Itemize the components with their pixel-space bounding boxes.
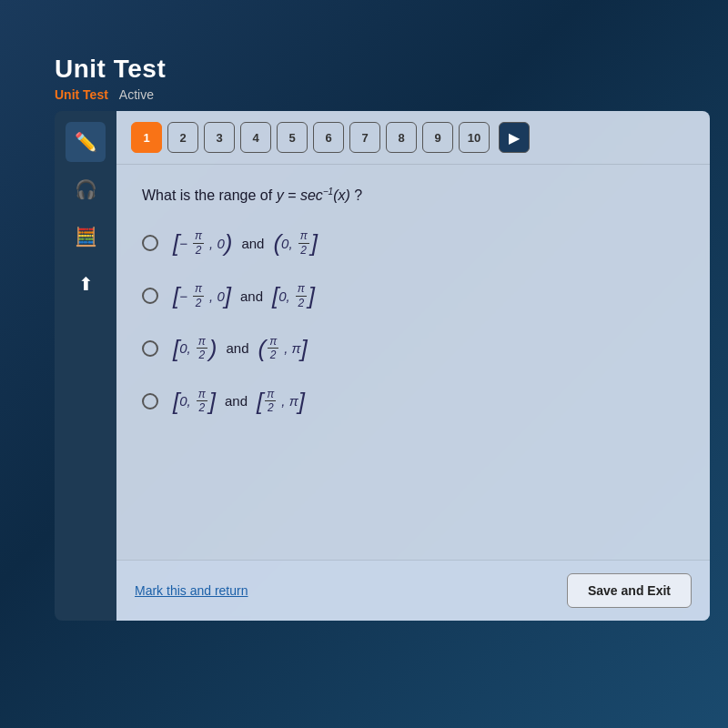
option-c-and: and	[226, 340, 248, 356]
option-a-left-expr: [ −π2, 0 )	[173, 229, 232, 257]
page-title: Unit Test	[55, 55, 710, 84]
content-area: ✏️ 🎧 🧮 ⬆ 1 2 3 4 5 6 7 8 9 10 ▶	[55, 111, 710, 621]
option-c-formula: [ 0, π2 ) and ( π2, π	[173, 335, 308, 362]
next-button[interactable]: ▶	[499, 122, 530, 153]
options-list: [ −π2, 0 ) and ( 0, π2	[142, 229, 684, 414]
option-b[interactable]: [ −π2, 0 ] and [ 0, π2	[142, 282, 684, 309]
pencil-icon[interactable]: ✏️	[66, 122, 106, 162]
option-a-formula: [ −π2, 0 ) and ( 0, π2	[173, 229, 318, 257]
sidebar: ✏️ 🎧 🧮 ⬆	[55, 111, 116, 621]
option-c[interactable]: [ 0, π2 ) and ( π2, π	[142, 335, 684, 362]
q-num-4[interactable]: 4	[240, 122, 271, 153]
option-b-right-expr: [ 0, π2 ]	[272, 282, 315, 309]
option-b-and: and	[240, 288, 263, 304]
question-formula: y = sec−1(x)	[277, 187, 350, 203]
q-num-9[interactable]: 9	[422, 122, 453, 153]
headphones-icon[interactable]: 🎧	[66, 169, 106, 209]
option-d-radio[interactable]	[142, 393, 158, 410]
save-exit-button[interactable]: Save and Exit	[567, 573, 692, 608]
option-d-left-expr: [ 0, π2 ]	[173, 388, 216, 415]
mark-return-link[interactable]: Mark this and return	[135, 583, 248, 598]
option-c-right-expr: ( π2, π ]	[258, 335, 308, 362]
question-body: What is the range of y = sec−1(x) ? [ −π…	[116, 165, 710, 560]
q-num-2[interactable]: 2	[167, 122, 198, 153]
option-b-radio[interactable]	[142, 288, 158, 304]
question-text-suffix: ?	[354, 187, 362, 203]
option-a-right-expr: ( 0, π2 ]	[273, 229, 317, 257]
question-text-prefix: What is the range of	[142, 187, 277, 203]
option-b-formula: [ −π2, 0 ] and [ 0, π2	[173, 282, 315, 309]
option-d-formula: [ 0, π2 ] and [ π2, π	[173, 388, 305, 415]
q-num-1[interactable]: 1	[131, 122, 162, 153]
q-num-10[interactable]: 10	[459, 122, 490, 153]
breadcrumb-active: Unit Test	[55, 87, 108, 102]
question-text: What is the range of y = sec−1(x) ?	[142, 187, 684, 204]
option-a[interactable]: [ −π2, 0 ) and ( 0, π2	[142, 229, 684, 257]
q-num-5[interactable]: 5	[277, 122, 308, 153]
option-d-and: and	[225, 393, 248, 409]
option-a-radio[interactable]	[142, 235, 158, 251]
question-footer: Mark this and return Save and Exit	[116, 560, 710, 621]
q-num-8[interactable]: 8	[386, 122, 417, 153]
calculator-icon[interactable]: 🧮	[66, 217, 106, 257]
upload-icon[interactable]: ⬆	[66, 264, 106, 304]
option-c-left-expr: [ 0, π2 )	[173, 335, 217, 362]
q-num-6[interactable]: 6	[313, 122, 344, 153]
breadcrumb-status: Active	[119, 87, 154, 102]
option-a-and: and	[241, 236, 264, 251]
title-section: Unit Test Unit Test Active	[55, 55, 710, 102]
option-d[interactable]: [ 0, π2 ] and [ π2, π	[142, 388, 684, 415]
q-num-7[interactable]: 7	[349, 122, 380, 153]
question-nav: 1 2 3 4 5 6 7 8 9 10 ▶	[116, 111, 710, 165]
option-c-radio[interactable]	[142, 340, 158, 357]
option-d-right-expr: [ π2, π ]	[257, 388, 305, 415]
breadcrumb: Unit Test Active	[55, 87, 710, 102]
main-container: Unit Test Unit Test Active ✏️ 🎧 🧮 ⬆ 1 2 …	[55, 55, 710, 710]
question-panel: 1 2 3 4 5 6 7 8 9 10 ▶ What is the range…	[116, 111, 710, 621]
option-b-left-expr: [ −π2, 0 ]	[173, 282, 231, 309]
q-num-3[interactable]: 3	[204, 122, 235, 153]
